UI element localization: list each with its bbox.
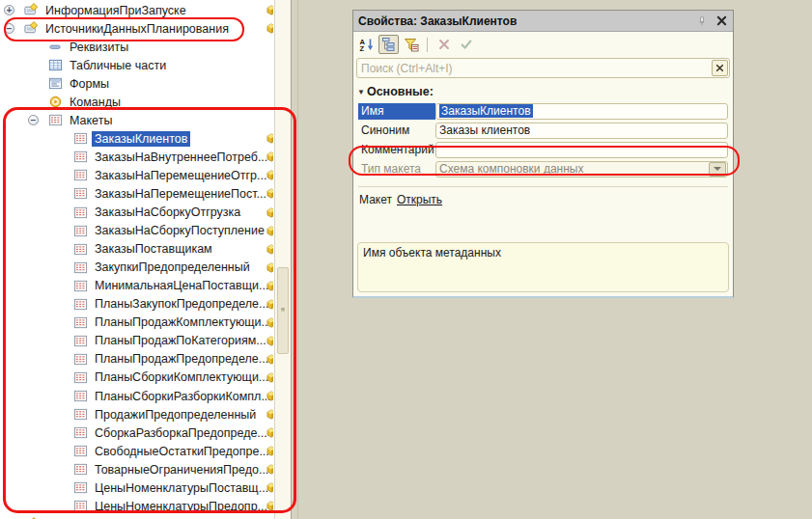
tree-row[interactable]: ТоварныеОграниченияПредо... bbox=[0, 460, 273, 478]
tree-item-label: ПланыСборкиКомплектующи... bbox=[92, 369, 271, 385]
tree-row[interactable]: ЦеныНоменклатурыПоставщ... bbox=[0, 478, 273, 497]
tree-row[interactable]: ЗаказыПоставщикам bbox=[0, 240, 273, 259]
panel-splitter[interactable] bbox=[297, 0, 298, 519]
search-input[interactable] bbox=[357, 62, 712, 75]
tree-row[interactable]: ЗаказыНаСборкуОтгрузка bbox=[0, 204, 273, 222]
modified-cube-icon bbox=[266, 23, 273, 34]
categories-view-button[interactable] bbox=[378, 35, 399, 54]
clear-search-button[interactable] bbox=[712, 60, 728, 76]
tree-row[interactable]: ПланыПродажПоКатегориям... bbox=[0, 332, 273, 350]
tree-scrollbar[interactable] bbox=[274, 0, 291, 519]
tree-row[interactable]: Реквизиты bbox=[0, 38, 273, 56]
pin-icon[interactable] bbox=[696, 14, 708, 28]
layout-icon bbox=[72, 407, 88, 422]
commands-icon bbox=[47, 95, 63, 109]
property-value-field[interactable]: Заказы клиентов bbox=[435, 123, 728, 139]
tree-row[interactable]: ПродажиПредопределенный bbox=[0, 405, 273, 423]
modified-cube-icon bbox=[266, 354, 273, 365]
layout-open-link[interactable]: Открыть bbox=[397, 193, 442, 206]
filter-button[interactable] bbox=[401, 35, 421, 54]
tree-row[interactable]: ПланыСборкиКомплектующи... bbox=[0, 369, 273, 387]
properties-panel: Свойства: ЗаказыКлиентов AZ bbox=[352, 10, 734, 298]
layout-icon bbox=[72, 279, 88, 293]
apply-button[interactable] bbox=[456, 35, 476, 54]
collapse-icon[interactable]: − bbox=[28, 115, 39, 125]
sort-az-button[interactable]: AZ bbox=[356, 35, 377, 54]
close-button[interactable] bbox=[715, 14, 728, 27]
metadata-tree-panel: +ИнформацияПриЗапуске−ИсточникиДанныхПла… bbox=[0, 0, 292, 519]
modified-cube-icon bbox=[266, 281, 273, 291]
tree-row[interactable]: Команды bbox=[0, 93, 273, 111]
property-value: ЗаказыКлиентов bbox=[439, 104, 533, 118]
property-value-field[interactable] bbox=[435, 142, 728, 158]
tree-row[interactable]: −ИсточникиДанныхПланирования bbox=[0, 19, 273, 38]
section-header-main[interactable]: ▼ Основные: bbox=[353, 78, 733, 101]
modified-cube-icon bbox=[266, 170, 273, 180]
tree-row[interactable]: ЗаказыНаПеремещениеПост... bbox=[0, 184, 273, 203]
modified-cube-icon bbox=[266, 317, 273, 328]
modified-cube-icon bbox=[266, 262, 273, 273]
layout-icon bbox=[72, 224, 88, 238]
object-icon bbox=[23, 21, 39, 36]
tree-row[interactable]: ЗаказыНаПеремещениеОтгр... bbox=[0, 166, 273, 184]
tree-row[interactable]: ПланыСборкиРазборкиКомпл... bbox=[0, 387, 273, 405]
property-value-field[interactable]: ЗаказыКлиентов bbox=[435, 103, 728, 120]
tree-item-label: ЗаказыПоставщикам bbox=[92, 241, 215, 257]
tree-item-label: ПланыПродажПоКатегориям... bbox=[92, 333, 269, 348]
tree-item-label: ПланыПродажПредопределе... bbox=[92, 351, 271, 367]
layout-icon bbox=[72, 205, 88, 220]
collapse-icon[interactable]: − bbox=[4, 23, 14, 34]
modified-cube-icon bbox=[266, 336, 273, 346]
tree-row[interactable]: ЗакупкиПредопределенный bbox=[0, 259, 273, 277]
tree-row[interactable]: ПланыЗакупокПредопределе... bbox=[0, 295, 273, 314]
modified-cube-icon bbox=[266, 446, 273, 456]
dropdown-button[interactable] bbox=[709, 162, 726, 177]
tree-item-label: ПланыСборкиРазборкиКомпл... bbox=[92, 389, 273, 404]
property-value-field[interactable]: Схема компоновки данных bbox=[435, 161, 728, 178]
expand-icon[interactable]: + bbox=[4, 5, 14, 15]
tree-row[interactable]: ЗаказыНаСборкуПоступление bbox=[0, 222, 273, 240]
tree-row[interactable]: СвободныеОстаткиПредопре... bbox=[0, 442, 273, 460]
tree-scrollbar-thumb[interactable] bbox=[277, 267, 289, 354]
tree-item-label: ПланыЗакупокПредопределе... bbox=[92, 296, 271, 312]
tree-item-label: ЦеныНоменклатурыПредопр... bbox=[92, 499, 270, 514]
tree-item-label: Табличные части bbox=[67, 58, 169, 73]
tree-row[interactable]: +КартаМаршрутаБизнесПроцесса bbox=[0, 515, 273, 519]
tree-row[interactable]: ПланыПродажКомплектующи... bbox=[0, 314, 273, 332]
tree-row[interactable]: Формы bbox=[0, 74, 273, 93]
tree-item-label: ЗаказыНаСборкуОтгрузка bbox=[92, 205, 243, 220]
property-row: Комментарий bbox=[353, 140, 733, 159]
property-grid: ИмяЗаказыКлиентовСинонимЗаказы клиентовК… bbox=[353, 101, 733, 178]
tree-row[interactable]: ЦеныНоменклатурыПредопр... bbox=[0, 497, 273, 515]
tree-row[interactable]: −Макеты bbox=[0, 111, 273, 129]
property-row: ИмяЗаказыКлиентов bbox=[353, 101, 733, 121]
tree-item-label: ПланыПродажКомплектующи... bbox=[92, 314, 273, 330]
tree-row[interactable]: Табличные части bbox=[0, 56, 273, 74]
tree-item-label: ТоварныеОграниченияПредо... bbox=[92, 462, 271, 478]
tree-row[interactable]: +ИнформацияПриЗапуске bbox=[0, 1, 273, 19]
layout-icon bbox=[72, 389, 88, 403]
tree-row[interactable]: СборкаРазборкаПредопреде... bbox=[0, 423, 273, 442]
modified-cube-icon bbox=[266, 372, 273, 383]
modified-cube-icon bbox=[266, 409, 273, 420]
modified-cube-icon bbox=[266, 207, 273, 218]
layout-icon bbox=[72, 334, 88, 348]
metadata-tree: +ИнформацияПриЗапуске−ИсточникиДанныхПла… bbox=[0, 1, 273, 519]
layout-icon bbox=[72, 499, 88, 513]
delete-button[interactable] bbox=[434, 35, 454, 54]
tree-item-label: ПродажиПредопределенный bbox=[92, 407, 259, 423]
tree-item-label: ИнформацияПриЗапуске bbox=[42, 3, 189, 18]
tree-item-label: ЗакупкиПредопределенный bbox=[92, 260, 253, 275]
tree-item-label: ЗаказыНаВнутреннееПотреб... bbox=[92, 150, 270, 165]
modified-cube-icon bbox=[266, 391, 273, 401]
layout-icon bbox=[72, 480, 88, 495]
tree-row[interactable]: ПланыПродажПредопределе... bbox=[0, 350, 273, 369]
tree-row[interactable]: ЗаказыНаВнутреннееПотреб... bbox=[0, 148, 273, 166]
tree-item-label: ЗаказыНаПеремещениеОтгр... bbox=[92, 168, 269, 183]
property-label: Тип макета bbox=[358, 161, 435, 178]
layout-row: Макет Открыть bbox=[353, 187, 733, 212]
property-value: Заказы клиентов bbox=[439, 123, 530, 137]
tree-row[interactable]: МинимальнаяЦенаПоставщи... bbox=[0, 277, 273, 295]
modified-cube-icon bbox=[266, 482, 273, 493]
tree-row[interactable]: ЗаказыКлиентов bbox=[0, 129, 273, 148]
